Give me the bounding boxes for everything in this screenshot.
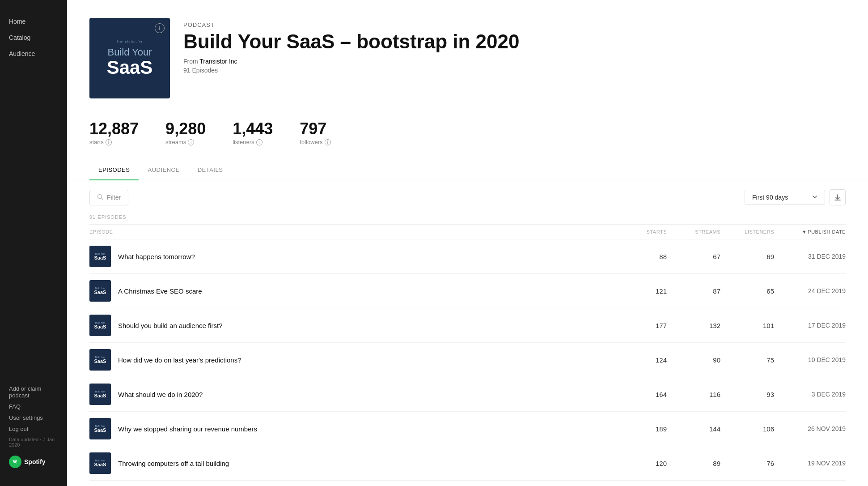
episode-info: Build Your SaaS A Christmas Eve SEO scar… bbox=[89, 280, 613, 302]
sidebar-nav: HomeCatalogAudience bbox=[0, 9, 67, 385]
podcast-info: PODCAST Build Your SaaS – bootstrap in 2… bbox=[183, 18, 519, 74]
table-row[interactable]: Build Your SaaS What should we do in 202… bbox=[89, 377, 846, 412]
episode-streams: 67 bbox=[667, 253, 720, 260]
stat-label-followers: followers i bbox=[300, 139, 330, 145]
toolbar-right: First 90 days bbox=[745, 189, 846, 205]
episode-publish-date: 10 DEC 2019 bbox=[774, 356, 846, 363]
episode-publish-date: 17 DEC 2019 bbox=[774, 322, 846, 329]
episodes-count: 91 Episodes bbox=[183, 67, 519, 74]
info-icon-listeners[interactable]: i bbox=[256, 139, 263, 145]
stat-label-text: listeners bbox=[233, 139, 254, 145]
episode-info: Build Your SaaS What should we do in 202… bbox=[89, 384, 613, 405]
tab-audience[interactable]: AUDIENCE bbox=[139, 159, 188, 180]
sidebar-bottom-add-claim[interactable]: Add or claim podcast bbox=[9, 385, 58, 399]
episode-listeners: 76 bbox=[720, 460, 774, 467]
table-row[interactable]: Build Your SaaS Should you build an audi… bbox=[89, 308, 846, 343]
date-range-label: First 90 days bbox=[752, 194, 788, 201]
episode-streams: 89 bbox=[667, 460, 720, 467]
main-content: transistor.fm + Build Your SaaS PODCAST … bbox=[67, 0, 868, 486]
tab-episodes[interactable]: EPISODES bbox=[89, 159, 139, 180]
episode-publish-date: 31 DEC 2019 bbox=[774, 253, 846, 260]
stat-label-text: starts bbox=[89, 139, 104, 145]
thumb-saas: SaaS bbox=[94, 462, 106, 467]
episode-title: What should we do in 2020? bbox=[118, 391, 203, 398]
sidebar: HomeCatalogAudience Add or claim podcast… bbox=[0, 0, 67, 486]
info-icon-followers[interactable]: i bbox=[325, 139, 331, 145]
svg-line-2 bbox=[102, 198, 103, 200]
episode-listeners: 75 bbox=[720, 356, 774, 364]
spotify-icon bbox=[9, 456, 21, 468]
episode-starts: 164 bbox=[613, 391, 667, 398]
sidebar-bottom-user-settings[interactable]: User settings bbox=[9, 414, 58, 421]
episodes-list: Build Your SaaS What happens tomorrow? 8… bbox=[89, 239, 846, 481]
episode-starts: 189 bbox=[613, 425, 667, 433]
table-header: EPISODESTARTSSTREAMSLISTENERS▼PUBLISH DA… bbox=[89, 225, 846, 239]
stat-followers: 797 followers i bbox=[300, 121, 330, 145]
stat-label-starts: starts i bbox=[89, 139, 139, 145]
sidebar-item-audience[interactable]: Audience bbox=[0, 46, 67, 62]
sidebar-item-home[interactable]: Home bbox=[0, 13, 67, 30]
toolbar: Filter First 90 days bbox=[89, 189, 846, 205]
date-range-dropdown[interactable]: First 90 days bbox=[745, 190, 825, 205]
filter-input[interactable]: Filter bbox=[89, 190, 128, 205]
episode-listeners: 106 bbox=[720, 425, 774, 433]
stat-value-followers: 797 bbox=[300, 121, 330, 137]
podcast-header: transistor.fm + Build Your SaaS PODCAST … bbox=[67, 0, 868, 112]
episodes-section: Filter First 90 days bbox=[67, 180, 868, 481]
thumb-saas: SaaS bbox=[94, 324, 106, 329]
episode-thumbnail: Build Your SaaS bbox=[89, 452, 111, 474]
table-row[interactable]: Build Your SaaS A Christmas Eve SEO scar… bbox=[89, 274, 846, 308]
episode-starts: 124 bbox=[613, 356, 667, 364]
column-header-episode[interactable]: EPISODE bbox=[89, 229, 613, 234]
column-header-listeners[interactable]: LISTENERS bbox=[720, 229, 774, 234]
stats-row: 12,887 starts i 9,280 streams i 1,443 li… bbox=[67, 112, 868, 159]
episode-title: What happens tomorrow? bbox=[118, 253, 195, 260]
stat-label-text: followers bbox=[300, 139, 322, 145]
table-row[interactable]: Build Your SaaS What happens tomorrow? 8… bbox=[89, 239, 846, 274]
stat-label-streams: streams i bbox=[165, 139, 206, 145]
tabs-row: EPISODESAUDIENCEDETAILS bbox=[67, 159, 868, 180]
stat-value-streams: 9,280 bbox=[165, 121, 206, 137]
episode-thumbnail: Build Your SaaS bbox=[89, 349, 111, 371]
podcast-art-plus-icon: + bbox=[155, 23, 165, 33]
search-icon bbox=[97, 194, 103, 201]
info-icon-starts[interactable]: i bbox=[106, 139, 112, 145]
column-header-streams[interactable]: STREAMS bbox=[667, 229, 720, 234]
sidebar-bottom-log-out[interactable]: Log out bbox=[9, 426, 58, 432]
download-button[interactable] bbox=[830, 189, 846, 205]
table-row[interactable]: Build Your SaaS Throwing computers off a… bbox=[89, 446, 846, 481]
sidebar-bottom-faq[interactable]: FAQ bbox=[9, 403, 58, 410]
chevron-down-icon bbox=[812, 194, 817, 201]
podcast-from: From Transistor Inc bbox=[183, 58, 519, 65]
episode-listeners: 65 bbox=[720, 287, 774, 295]
from-name: Transistor Inc bbox=[199, 58, 237, 65]
episode-listeners: 101 bbox=[720, 322, 774, 329]
table-row[interactable]: Build Your SaaS How did we do on last ye… bbox=[89, 343, 846, 377]
tab-details[interactable]: DETAILS bbox=[189, 159, 232, 180]
episode-thumbnail: Build Your SaaS bbox=[89, 384, 111, 405]
episode-info: Build Your SaaS Should you build an audi… bbox=[89, 315, 613, 336]
episode-title: Throwing computers off a tall building bbox=[118, 460, 229, 467]
info-icon-streams[interactable]: i bbox=[188, 139, 194, 145]
podcast-artwork: transistor.fm + Build Your SaaS bbox=[89, 18, 170, 98]
filter-label: Filter bbox=[107, 194, 121, 201]
podcast-art-text: Build Your SaaS bbox=[107, 47, 153, 77]
episode-info: Build Your SaaS Throwing computers off a… bbox=[89, 452, 613, 474]
thumb-saas: SaaS bbox=[94, 358, 106, 364]
episode-thumbnail: Build Your SaaS bbox=[89, 280, 111, 302]
stat-starts: 12,887 starts i bbox=[89, 121, 139, 145]
from-label: From bbox=[183, 58, 199, 65]
thumb-saas: SaaS bbox=[94, 393, 106, 398]
episode-streams: 90 bbox=[667, 356, 720, 364]
column-header-publish_date[interactable]: ▼PUBLISH DATE bbox=[774, 229, 846, 234]
column-header-starts[interactable]: STARTS bbox=[613, 229, 667, 234]
sidebar-item-catalog[interactable]: Catalog bbox=[0, 30, 67, 46]
episode-publish-date: 24 DEC 2019 bbox=[774, 287, 846, 294]
episode-listeners: 93 bbox=[720, 391, 774, 398]
episode-thumbnail: Build Your SaaS bbox=[89, 418, 111, 439]
episode-thumbnail: Build Your SaaS bbox=[89, 246, 111, 267]
stat-listeners: 1,443 listeners i bbox=[233, 121, 273, 145]
table-row[interactable]: Build Your SaaS Why we stopped sharing o… bbox=[89, 412, 846, 446]
thumb-saas: SaaS bbox=[94, 427, 106, 433]
episode-info: Build Your SaaS What happens tomorrow? bbox=[89, 246, 613, 267]
